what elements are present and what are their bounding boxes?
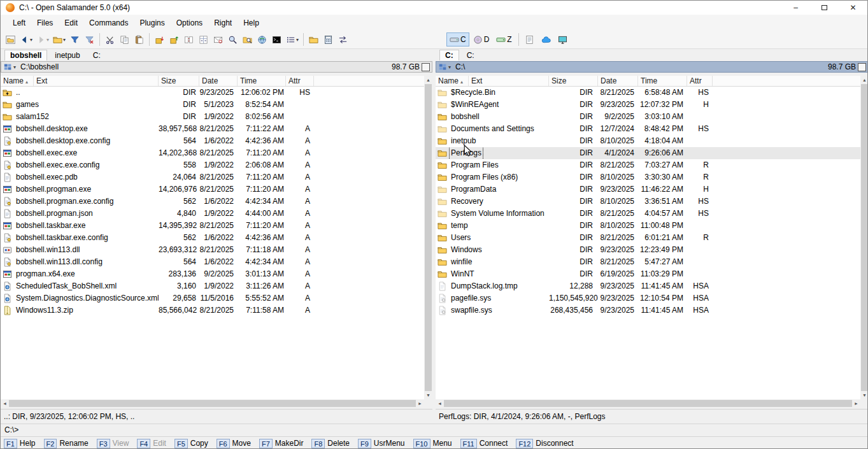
- file-row[interactable]: inetpubDIR8/10/20254:18:04 AM: [436, 135, 860, 147]
- file-row[interactable]: PerfLogsDIR4/1/20249:26:06 AM: [436, 147, 860, 159]
- fkey-f6-button[interactable]: F6Move: [217, 439, 251, 448]
- file-row[interactable]: RecoveryDIR8/10/20253:36:51 AMHS: [436, 196, 860, 208]
- drive-c-button[interactable]: C: [446, 32, 469, 46]
- dropdown-caret-icon[interactable]: ▾: [30, 37, 32, 43]
- file-row[interactable]: bobshell.win113.dll23,693,3128/21/20257:…: [1, 244, 424, 256]
- file-row[interactable]: ..DIR9/23/202512:06:02 PMHS: [1, 87, 424, 99]
- maximize-button[interactable]: [810, 1, 839, 15]
- file-row[interactable]: Program FilesDIR8/21/20257:03:27 AMR: [436, 159, 860, 171]
- view-mode-button[interactable]: ▾: [284, 32, 301, 47]
- calculate-sizes-button[interactable]: [196, 32, 211, 47]
- scrollbar-thumb[interactable]: [9, 400, 416, 407]
- file-row[interactable]: bobshell.progman.exe.config5621/6/20224:…: [1, 196, 424, 208]
- find-button[interactable]: [225, 32, 240, 47]
- drive-menu-button[interactable]: ▾: [438, 62, 451, 72]
- file-row[interactable]: bobshell.desktop.exe.config5641/6/20224:…: [1, 135, 424, 147]
- file-row[interactable]: tempDIR8/10/202511:00:48 PM: [436, 220, 860, 232]
- fkey-f4-button[interactable]: F4Edit: [137, 439, 166, 448]
- unpack-button[interactable]: [167, 32, 181, 47]
- fkey-f5-button[interactable]: F5Copy: [174, 439, 208, 448]
- column-header-time[interactable]: Time: [238, 76, 286, 86]
- panel-tab[interactable]: C:: [439, 50, 459, 61]
- file-row[interactable]: bobshell.progman.exe14,206,9768/21/20257…: [1, 183, 424, 196]
- drive-menu-button[interactable]: ▾: [3, 62, 16, 72]
- file-row[interactable]: DumpStack.log.tmp12,2889/23/202511:41:45…: [436, 280, 860, 292]
- file-row[interactable]: Windows11.3.zip85,566,0428/21/20257:11:5…: [1, 304, 424, 317]
- forward-button[interactable]: ▾: [34, 32, 51, 47]
- scroll-right-icon[interactable]: ►: [852, 399, 860, 408]
- fkey-f9-button[interactable]: F9UsrMenu: [358, 439, 405, 448]
- scroll-up-icon[interactable]: ▲: [860, 76, 868, 84]
- scrollbar-thumb[interactable]: [425, 84, 432, 391]
- column-header-size[interactable]: Size: [159, 76, 199, 86]
- file-row[interactable]: bobshell.taskbar.exe.config5621/6/20224:…: [1, 232, 424, 244]
- right-path-bar[interactable]: ▾ C:\ 98.7 GB: [436, 61, 868, 73]
- copy-button[interactable]: [117, 32, 132, 47]
- fkey-f11-button[interactable]: F11Connect: [460, 439, 508, 448]
- file-row[interactable]: salam152DIR1/9/20228:02:56 AM: [1, 111, 424, 123]
- scroll-left-icon[interactable]: ◄: [1, 399, 9, 408]
- fkey-f10-button[interactable]: F10Menu: [413, 439, 452, 448]
- column-header-attr[interactable]: Attr: [286, 76, 314, 86]
- file-row[interactable]: swapfile.sys268,435,4569/23/202511:41:45…: [436, 304, 860, 317]
- scroll-down-icon[interactable]: ▼: [860, 391, 868, 399]
- file-row[interactable]: bobshell.taskbar.exe14,395,3928/21/20257…: [1, 220, 424, 232]
- back-button[interactable]: ▾: [18, 32, 34, 47]
- minimize-button[interactable]: –: [781, 1, 810, 15]
- filter-off-button[interactable]: [82, 32, 97, 47]
- dropdown-caret-icon[interactable]: ▾: [46, 37, 49, 43]
- cut-button[interactable]: [103, 32, 117, 47]
- scrollbar-thumb[interactable]: [444, 400, 852, 407]
- vertical-scrollbar[interactable]: ▲ ▼: [424, 76, 432, 399]
- panel-menu-icon[interactable]: [422, 63, 430, 71]
- menu-item-files[interactable]: Files: [31, 17, 59, 29]
- calculator-button[interactable]: [321, 32, 336, 47]
- menu-item-options[interactable]: Options: [171, 17, 208, 29]
- scroll-up-icon[interactable]: ▲: [424, 76, 432, 84]
- file-row[interactable]: UsersDIR8/21/20256:01:21 AMR: [436, 232, 860, 244]
- drive-d-button[interactable]: D: [470, 32, 493, 46]
- scroll-right-icon[interactable]: ►: [416, 399, 424, 408]
- find-files-button[interactable]: [240, 32, 255, 47]
- scroll-left-icon[interactable]: ◄: [436, 399, 444, 408]
- monitor-button[interactable]: [555, 32, 571, 46]
- file-row[interactable]: WinNTDIR6/19/202511:03:29 PM: [436, 268, 860, 280]
- file-row[interactable]: $WinREAgentDIR9/23/202512:07:32 PMH: [436, 99, 860, 111]
- file-row[interactable]: Documents and SettingsDIR12/7/20248:48:4…: [436, 123, 860, 135]
- panel-tab[interactable]: bobshell: [4, 50, 47, 61]
- menu-item-plugins[interactable]: Plugins: [134, 17, 170, 29]
- file-row[interactable]: winfileDIR8/21/20255:47:27 AM: [436, 256, 860, 268]
- column-header-ext[interactable]: Ext: [34, 76, 159, 86]
- horizontal-scrollbar[interactable]: ◄ ►: [436, 399, 860, 408]
- file-row[interactable]: ScheduledTask_BobShell.xml3,1601/9/20223…: [1, 280, 424, 292]
- panel-tab[interactable]: C:: [88, 50, 106, 61]
- cloud-button[interactable]: [538, 32, 554, 46]
- pack-button[interactable]: [152, 32, 167, 47]
- file-row[interactable]: bobshell.win113.dll.config5641/6/20224:4…: [1, 256, 424, 268]
- fkey-f8-button[interactable]: F8Delete: [311, 439, 350, 448]
- fkey-f7-button[interactable]: F7MakeDir: [259, 439, 304, 448]
- column-header-date[interactable]: Date: [598, 76, 638, 86]
- file-row[interactable]: bobshell.exec.exe.config5581/9/20222:06:…: [1, 159, 424, 171]
- file-row[interactable]: progman.x64.exe283,1369/2/20253:01:13 AM…: [1, 268, 424, 280]
- fkey-f12-button[interactable]: F12Disconnect: [516, 439, 573, 448]
- column-header-ext[interactable]: Ext: [469, 76, 549, 86]
- column-header-attr[interactable]: Attr: [687, 76, 713, 86]
- swap-panels-button[interactable]: [336, 32, 350, 47]
- file-row[interactable]: WindowsDIR9/23/202512:23:49 PM: [436, 244, 860, 256]
- file-row[interactable]: System.Diagnostics.DiagnosticSource.xml2…: [1, 292, 424, 304]
- file-row[interactable]: bobshellDIR9/2/20253:03:10 AM: [436, 111, 860, 123]
- scroll-down-icon[interactable]: ▼: [424, 391, 432, 399]
- column-header-size[interactable]: Size: [549, 76, 598, 86]
- column-header-date[interactable]: Date: [199, 76, 238, 86]
- drive-z-button[interactable]: Z: [493, 32, 515, 46]
- fkey-f1-button[interactable]: F1Help: [4, 439, 36, 448]
- change-drive-button[interactable]: [3, 32, 18, 47]
- file-row[interactable]: pagefile.sys1,150,545,9209/23/202512:10:…: [436, 292, 860, 304]
- command-shell-button[interactable]: [269, 32, 284, 47]
- menu-item-right[interactable]: Right: [208, 17, 238, 29]
- file-row[interactable]: bobshell.progman.json4,8401/9/20224:44:0…: [1, 208, 424, 220]
- file-row[interactable]: bobshell.exec.exe14,202,3688/21/20257:11…: [1, 147, 424, 159]
- menu-item-help[interactable]: Help: [238, 17, 265, 29]
- new-folder-button[interactable]: [306, 32, 321, 47]
